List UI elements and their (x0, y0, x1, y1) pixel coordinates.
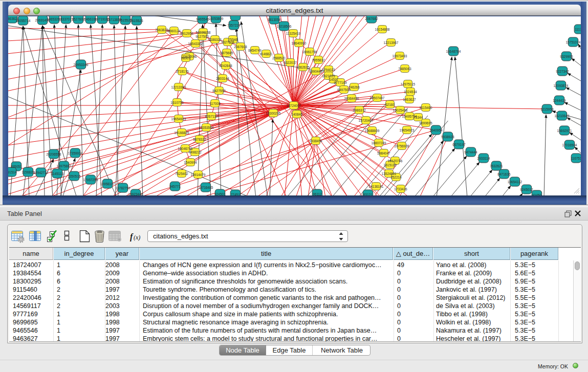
svg-text:(x): (x) (134, 234, 140, 241)
svg-text:9115460: 9115460 (420, 106, 432, 110)
svg-text:945771: 945771 (169, 185, 181, 188)
svg-text:1610755: 1610755 (170, 101, 184, 104)
svg-text:5875685: 5875685 (220, 51, 233, 55)
svg-text:7357224: 7357224 (227, 24, 241, 27)
svg-text:15692971: 15692971 (557, 129, 572, 133)
svg-text:7615526: 7615526 (130, 19, 143, 23)
svg-text:1362615: 1362615 (296, 65, 310, 69)
svg-text:15751074: 15751074 (566, 40, 581, 44)
svg-text:252214: 252214 (390, 176, 402, 179)
svg-text:9777169: 9777169 (334, 81, 347, 84)
svg-text:9245012: 9245012 (520, 188, 533, 191)
svg-text:20756928: 20756928 (395, 144, 409, 148)
svg-text:8471636: 8471636 (497, 172, 511, 176)
svg-text:2367608: 2367608 (234, 45, 247, 49)
svg-text:13524861: 13524861 (382, 172, 397, 176)
svg-text:19166825: 19166825 (175, 131, 189, 135)
svg-text:2803144: 2803144 (216, 77, 229, 80)
svg-text:140846: 140846 (291, 113, 302, 116)
svg-text:8267110: 8267110 (205, 115, 218, 118)
svg-text:14136141: 14136141 (369, 185, 384, 188)
svg-text:1215958: 1215958 (540, 107, 554, 111)
svg-text:1244419: 1244419 (553, 99, 566, 102)
svg-text:77451: 77451 (231, 193, 240, 196)
svg-text:8990443: 8990443 (309, 70, 322, 73)
svg-text:117008: 117008 (209, 102, 221, 105)
svg-text:f: f (130, 232, 134, 242)
svg-text:13716485: 13716485 (199, 186, 213, 189)
svg-text:16210643: 16210643 (555, 114, 570, 118)
svg-text:10025438: 10025438 (393, 108, 408, 112)
svg-text:16914479: 16914479 (191, 173, 206, 177)
svg-text:924501: 924501 (214, 192, 226, 196)
svg-text:5938928: 5938928 (441, 135, 454, 139)
svg-text:12975115: 12975115 (401, 82, 416, 86)
svg-text:9127503: 9127503 (195, 35, 209, 38)
svg-text:2087682: 2087682 (365, 17, 378, 20)
svg-text:1733426: 1733426 (394, 187, 407, 191)
svg-text:20953346: 20953346 (74, 63, 89, 67)
svg-text:8427552: 8427552 (212, 89, 226, 93)
svg-text:92450: 92450 (532, 193, 541, 196)
svg-text:19218506: 19218506 (277, 25, 292, 28)
svg-text:9227342: 9227342 (556, 70, 569, 73)
svg-text:53226058: 53226058 (196, 31, 211, 34)
svg-text:9242848: 9242848 (219, 64, 232, 68)
svg-text:17359934: 17359934 (68, 151, 83, 155)
svg-text:835051: 835051 (11, 165, 22, 168)
svg-text:11178: 11178 (575, 28, 581, 31)
svg-text:8186328: 8186328 (208, 38, 222, 41)
svg-text:391514: 391514 (8, 170, 17, 174)
svg-text:1621025: 1621025 (322, 74, 335, 78)
svg-text:16046748: 16046748 (178, 147, 193, 150)
svg-text:19654915: 19654915 (171, 117, 186, 121)
svg-text:5878322: 5878322 (193, 138, 206, 141)
svg-text:15720407: 15720407 (359, 119, 374, 122)
svg-text:6679197: 6679197 (452, 143, 466, 146)
svg-text:13975887: 13975887 (57, 164, 72, 168)
svg-text:9699695: 9699695 (419, 121, 432, 125)
svg-text:5984047: 5984047 (377, 151, 390, 155)
svg-text:12213967: 12213967 (384, 41, 399, 45)
svg-text:116753: 116753 (571, 157, 581, 160)
svg-text:1350515: 1350515 (68, 174, 81, 178)
svg-text:14055714: 14055714 (16, 19, 31, 23)
svg-text:18640910: 18640910 (292, 41, 307, 45)
svg-text:2718176: 2718176 (176, 70, 189, 73)
svg-text:11325419: 11325419 (286, 32, 301, 35)
svg-text:7955812: 7955812 (312, 58, 325, 62)
svg-text:75546: 75546 (228, 38, 237, 41)
svg-text:7632621: 7632621 (490, 164, 503, 168)
svg-text:20364436: 20364436 (344, 97, 359, 100)
svg-text:2933114: 2933114 (477, 157, 490, 160)
svg-text:1938454: 1938454 (309, 139, 322, 143)
svg-text:8660124: 8660124 (167, 29, 181, 33)
svg-text:7663822: 7663822 (155, 28, 168, 32)
svg-text:1540994: 1540994 (184, 161, 197, 164)
svg-text:9465546: 9465546 (196, 17, 209, 21)
svg-text:12213383: 12213383 (171, 85, 186, 89)
svg-text:17016504: 17016504 (562, 143, 577, 147)
svg-text:10688609: 10688609 (365, 129, 380, 133)
svg-text:20206558: 20206558 (47, 152, 61, 156)
svg-text:9474444: 9474444 (464, 150, 477, 154)
svg-text:9329906: 9329906 (560, 55, 573, 58)
svg-text:9146821: 9146821 (259, 52, 273, 56)
svg-text:6794023: 6794023 (322, 68, 335, 72)
svg-text:10958107: 10958107 (100, 182, 115, 186)
svg-text:746266: 746266 (349, 85, 360, 89)
svg-text:16961758: 16961758 (302, 50, 317, 54)
svg-text:12942737: 12942737 (34, 171, 49, 174)
svg-text:16782759: 16782759 (116, 186, 130, 190)
svg-text:8454749: 8454749 (248, 49, 262, 52)
svg-text:75344: 75344 (413, 116, 423, 119)
svg-text:10973493: 10973493 (393, 54, 407, 58)
svg-text:2588520: 2588520 (272, 56, 286, 60)
svg-text:98901: 98901 (181, 56, 190, 60)
svg-text:12093874: 12093874 (554, 84, 569, 87)
svg-text:7485063: 7485063 (398, 67, 411, 71)
svg-text:18724007: 18724007 (287, 104, 301, 107)
svg-text:16923448: 16923448 (128, 192, 143, 196)
svg-text:8912954: 8912954 (180, 32, 193, 35)
svg-text:19654923: 19654923 (400, 128, 415, 132)
